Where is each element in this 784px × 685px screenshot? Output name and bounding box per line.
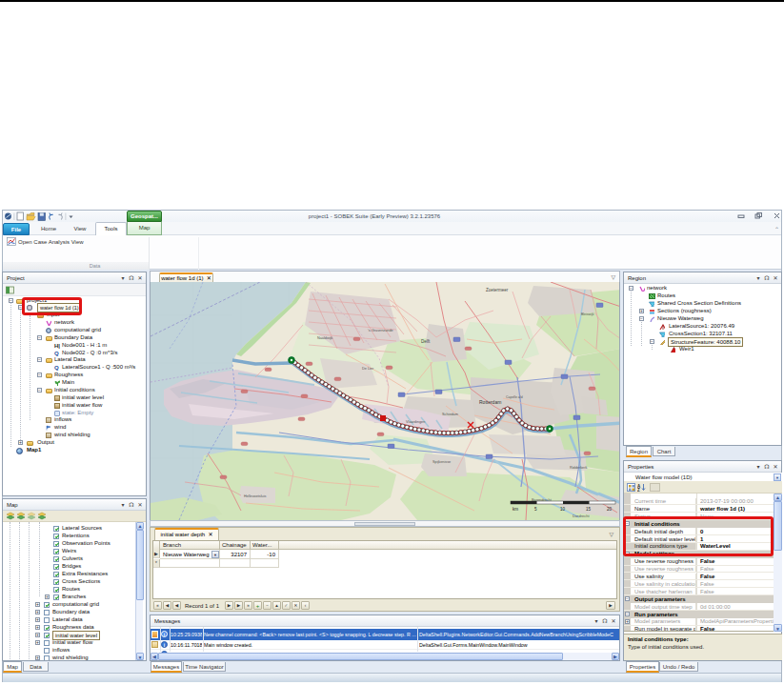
svg-text:Zoetermeer: Zoetermeer	[486, 288, 509, 292]
svg-text:Hellevoetsluis: Hellevoetsluis	[244, 494, 267, 498]
svg-text:Bleiswijk: Bleiswijk	[581, 312, 594, 316]
svg-text:Rotterdam: Rotterdam	[479, 399, 501, 405]
svg-text:Schiedam: Schiedam	[442, 413, 458, 416]
svg-text:km: km	[513, 507, 518, 512]
svg-text:Z: Z	[637, 488, 640, 492]
svg-text:De Lier: De Lier	[362, 367, 374, 371]
svg-text:Capelle a/d: Capelle a/d	[506, 395, 523, 399]
svg-text:10: 10	[560, 507, 566, 512]
svg-text:'s-Gravenzande: 's-Gravenzande	[368, 329, 393, 332]
svg-text:Vlaardingen: Vlaardingen	[406, 420, 425, 424]
svg-text:Dordrecht: Dordrecht	[573, 514, 590, 518]
svg-text:Delft: Delft	[421, 339, 431, 344]
svg-text:15: 15	[586, 507, 592, 512]
svg-text:Naaldwijk: Naaldwijk	[317, 336, 332, 340]
svg-text:20: 20	[607, 507, 613, 512]
svg-text:Ridderkerk: Ridderkerk	[570, 466, 587, 470]
svg-text:Spijkenisse: Spijkenisse	[432, 460, 451, 464]
